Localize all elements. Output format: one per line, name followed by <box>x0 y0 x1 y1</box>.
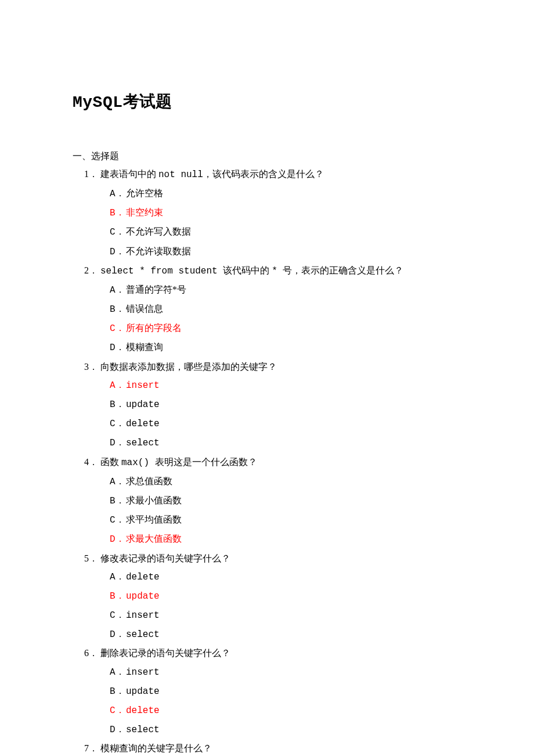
option-row: D．求最大值函数 <box>110 530 461 549</box>
option-label: D． <box>110 243 126 261</box>
option-row: D．select <box>110 625 461 644</box>
option-text: 求平均值函数 <box>126 514 182 524</box>
option-row: C．不允许写入数据 <box>110 222 461 242</box>
question-number: 2． <box>84 261 100 279</box>
option-label: A． <box>110 185 126 203</box>
question-text-part: max() <box>121 458 155 468</box>
options-list: A．deleteB．updateC．insertD．select <box>73 567 461 645</box>
page-title: MySQL考试题 <box>73 86 461 119</box>
option-label: A． <box>110 664 126 682</box>
option-text: insert <box>126 610 160 621</box>
question: 1．建表语句中的 not null，该代码表示的含义是什么？A．允许空格B．非空… <box>73 165 461 261</box>
question-text-part: 函数 <box>100 457 121 467</box>
option-text: update <box>126 399 160 410</box>
question-number: 6． <box>84 644 100 662</box>
title-cn: 考试题 <box>123 92 172 110</box>
option-text: 求总值函数 <box>126 476 172 486</box>
question: 5．修改表记录的语句关键字什么？A．deleteB．updateC．insert… <box>73 549 461 645</box>
option-row: C．delete <box>110 414 461 433</box>
option-label: D． <box>110 626 126 644</box>
question-text-part: not null <box>158 170 203 180</box>
option-text: insert <box>126 380 160 391</box>
option-row: A．insert <box>110 663 461 682</box>
option-row: A．delete <box>110 567 461 586</box>
questions-container: 1．建表语句中的 not null，该代码表示的含义是什么？A．允许空格B．非空… <box>73 165 461 756</box>
question-line: 2．select * from student 该代码中的 * 号，表示的正确含… <box>73 261 461 280</box>
question-line: 6．删除表记录的语句关键字什么？ <box>73 644 461 662</box>
option-text: delete <box>126 705 160 716</box>
question-line: 7．模糊查询的关键字是什么？ <box>73 739 461 756</box>
option-label: B． <box>110 492 126 510</box>
question-number: 7． <box>84 739 100 756</box>
question-text-part: 模糊查询的关键字是什么？ <box>100 743 212 753</box>
option-label: D． <box>110 434 126 452</box>
option-text: select <box>126 725 160 735</box>
option-label: C． <box>110 702 126 720</box>
question-text-part: 修改表记录的语句关键字什么？ <box>100 553 230 563</box>
option-row: C．insert <box>110 606 461 625</box>
question-text-part: 该代码中的 <box>223 265 272 275</box>
option-text: insert <box>126 667 160 678</box>
option-label: D． <box>110 339 126 357</box>
question-line: 1．建表语句中的 not null，该代码表示的含义是什么？ <box>73 165 461 184</box>
question: 4．函数 max() 表明这是一个什么函数？A．求总值函数B．求最小值函数C．求… <box>73 453 461 549</box>
question: 2．select * from student 该代码中的 * 号，表示的正确含… <box>73 261 461 358</box>
option-label: A． <box>110 473 126 491</box>
question: 7．模糊查询的关键字是什么？A．notB．andC．like <box>73 739 461 756</box>
option-row: B．求最小值函数 <box>110 491 461 510</box>
option-label: C． <box>110 607 126 625</box>
option-text: delete <box>126 419 160 429</box>
option-label: A． <box>110 377 126 395</box>
option-text: 非空约束 <box>126 207 163 217</box>
option-text: select <box>126 438 160 448</box>
question-text-part: 号，表示的正确含义是什么？ <box>283 265 403 275</box>
option-row: B．非空约束 <box>110 203 461 222</box>
question-text-part: 删除表记录的语句关键字什么？ <box>100 648 230 658</box>
options-list: A．普通的字符*号B．错误信息C．所有的字段名D．模糊查询 <box>73 280 461 358</box>
question-number: 1． <box>84 165 100 183</box>
question-line: 5．修改表记录的语句关键字什么？ <box>73 549 461 567</box>
question-text-part: * <box>272 266 283 276</box>
option-row: A．普通的字符*号 <box>110 280 461 300</box>
question-text-part: select * from student <box>100 266 223 276</box>
options-list: A．允许空格B．非空约束C．不允许写入数据D．不允许读取数据 <box>73 184 461 261</box>
question-number: 4． <box>84 453 100 471</box>
option-text: 所有的字段名 <box>126 323 182 333</box>
option-label: C． <box>110 512 126 530</box>
option-text: 不允许写入数据 <box>126 226 191 236</box>
option-row: B．错误信息 <box>110 300 461 319</box>
options-list: A．求总值函数B．求最小值函数C．求平均值函数D．求最大值函数 <box>73 472 461 549</box>
option-label: B． <box>110 204 126 222</box>
option-row: B．update <box>110 586 461 606</box>
option-label: D． <box>110 721 126 739</box>
option-label: B． <box>110 301 126 319</box>
option-label: B． <box>110 396 126 414</box>
options-list: A．insertB．updateC．deleteD．select <box>73 376 461 453</box>
option-text: 错误信息 <box>126 304 163 314</box>
option-label: D． <box>110 531 126 549</box>
question-text-part: ，该代码表示的含义是什么？ <box>203 169 324 179</box>
option-row: D．模糊查询 <box>110 338 461 357</box>
option-label: B． <box>110 683 126 701</box>
option-text: 模糊查询 <box>126 342 163 352</box>
option-label: C． <box>110 224 126 242</box>
option-label: A． <box>110 282 126 300</box>
section-header: 一、选择题 <box>73 147 461 165</box>
option-text: update <box>126 686 160 697</box>
option-text: 不允许读取数据 <box>126 246 191 256</box>
option-row: A．允许空格 <box>110 184 461 203</box>
option-row: D．select <box>110 720 461 739</box>
title-en: MySQL <box>73 93 123 111</box>
option-text: delete <box>126 572 160 582</box>
option-text: 允许空格 <box>126 188 163 198</box>
option-row: B．update <box>110 395 461 414</box>
option-label: C． <box>110 320 126 338</box>
option-label: A． <box>110 568 126 586</box>
option-label: C． <box>110 415 126 433</box>
document-page: MySQL考试题 一、选择题 1．建表语句中的 not null，该代码表示的含… <box>0 0 534 756</box>
option-text: 普通的字符*号 <box>126 285 186 294</box>
option-text: 求最小值函数 <box>126 495 182 505</box>
option-row: C．所有的字段名 <box>110 319 461 338</box>
question-number: 5． <box>84 549 100 567</box>
option-row: D．select <box>110 433 461 452</box>
